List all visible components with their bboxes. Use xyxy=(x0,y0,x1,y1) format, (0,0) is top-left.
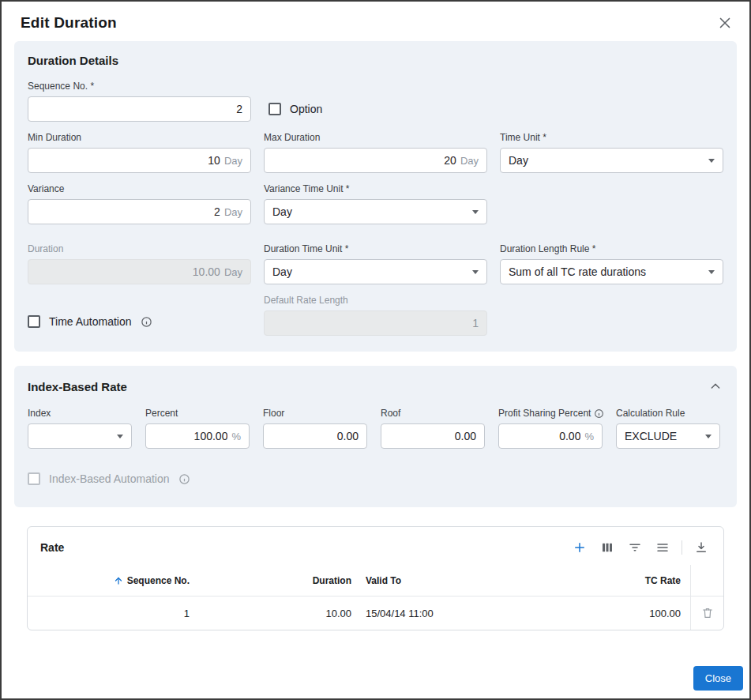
info-icon xyxy=(178,473,190,485)
min-duration-label: Min Duration xyxy=(28,132,251,143)
duration-length-rule-value: Sum of all TC rate durations xyxy=(509,265,702,278)
cell-tc-rate: 100.00 xyxy=(572,608,690,619)
col-valid-to-label: Valid To xyxy=(366,575,401,586)
profit-sharing-percent-input[interactable] xyxy=(507,430,580,442)
chevron-down-icon xyxy=(472,270,479,274)
close-button[interactable]: Close xyxy=(693,666,743,691)
chevron-down-icon xyxy=(705,435,712,438)
columns-icon[interactable] xyxy=(596,537,618,558)
duration-time-unit-select[interactable]: Day xyxy=(264,259,487,284)
duration-length-rule-label: Duration Length Rule * xyxy=(500,243,723,254)
chevron-down-icon xyxy=(472,210,479,214)
index-based-rate-panel: Index-Based Rate Index Percent xyxy=(14,366,737,507)
option-checkbox-group: Option xyxy=(268,96,322,122)
col-tc-rate[interactable]: TC Rate xyxy=(572,575,690,586)
close-icon[interactable] xyxy=(713,11,737,35)
profit-sharing-percent-label-text: Profit Sharing Percent xyxy=(498,408,591,419)
time-automation-label: Time Automation xyxy=(49,315,132,328)
table-row[interactable]: 1 10.00 15/04/14 11:00 100.00 xyxy=(28,597,723,630)
index-based-automation-label: Index-Based Automation xyxy=(49,472,170,485)
profit-sharing-percent-label: Profit Sharing Percent xyxy=(498,408,603,419)
variance-time-unit-select[interactable]: Day xyxy=(264,199,487,224)
edit-duration-dialog: Edit Duration Duration Details Sequence … xyxy=(0,0,751,700)
density-icon[interactable] xyxy=(651,537,674,558)
max-duration-field: Max Duration Day xyxy=(264,132,487,173)
default-rate-length-field: Default Rate Length xyxy=(264,295,487,336)
col-sequence-no-label: Sequence No. xyxy=(127,575,190,586)
duration-details-heading: Duration Details xyxy=(28,54,723,67)
variance-field: Variance Day xyxy=(28,183,251,224)
option-checkbox[interactable] xyxy=(268,103,281,115)
time-automation-checkbox[interactable] xyxy=(28,315,40,328)
option-checkbox-label: Option xyxy=(290,103,322,115)
dialog-header: Edit Duration xyxy=(2,2,749,40)
min-duration-input[interactable] xyxy=(36,154,220,167)
col-tc-rate-label: TC Rate xyxy=(645,575,681,586)
index-based-rate-header: Index-Based Rate xyxy=(28,378,723,394)
col-valid-to[interactable]: Valid To xyxy=(351,575,572,586)
cell-sequence-no: 1 xyxy=(28,608,190,619)
chevron-down-icon xyxy=(117,435,123,438)
cell-valid-to: 15/04/14 11:00 xyxy=(351,608,572,619)
time-automation-cell: Time Automation xyxy=(28,309,251,336)
chevron-up-icon[interactable] xyxy=(708,378,723,394)
row-index-rate: Index Percent % Floor xyxy=(28,408,723,449)
variance-input[interactable] xyxy=(36,205,220,218)
download-icon[interactable] xyxy=(690,537,712,558)
delete-row-icon[interactable] xyxy=(697,603,719,623)
max-duration-label: Max Duration xyxy=(264,132,487,143)
percent-field: Percent % xyxy=(145,408,250,449)
rate-heading: Rate xyxy=(40,541,64,554)
variance-time-unit-label: Variance Time Unit * xyxy=(264,183,487,194)
duration-length-rule-field: Duration Length Rule * Sum of all TC rat… xyxy=(500,243,723,284)
index-based-rate-heading: Index-Based Rate xyxy=(28,380,127,393)
roof-field: Roof xyxy=(381,408,485,449)
profit-sharing-percent-field: Profit Sharing Percent % xyxy=(498,408,603,449)
percent-input[interactable] xyxy=(154,430,227,442)
sort-asc-icon[interactable] xyxy=(113,575,124,586)
variance-time-unit-value: Day xyxy=(272,205,466,218)
roof-input[interactable] xyxy=(389,430,476,442)
row-duration: Duration Day Duration Time Unit * Day Du… xyxy=(28,243,723,284)
index-based-automation-group: Index-Based Automation xyxy=(28,466,723,491)
add-row-icon[interactable] xyxy=(569,537,591,558)
time-unit-value: Day xyxy=(509,154,702,167)
index-select[interactable] xyxy=(28,423,132,449)
duration-time-unit-label: Duration Time Unit * xyxy=(264,243,487,254)
cell-actions xyxy=(690,597,723,630)
calculation-rule-select[interactable]: EXCLUDE xyxy=(616,423,720,449)
duration-field: Duration Day xyxy=(28,243,251,284)
max-duration-suffix: Day xyxy=(460,155,479,167)
dialog-title: Edit Duration xyxy=(21,14,117,32)
time-unit-select[interactable]: Day xyxy=(500,148,723,173)
toolbar-divider xyxy=(682,540,682,555)
duration-length-rule-select[interactable]: Sum of all TC rate durations xyxy=(500,259,723,284)
col-duration[interactable]: Duration xyxy=(190,575,351,586)
sequence-no-input[interactable] xyxy=(36,103,242,115)
percent-suffix: % xyxy=(231,431,241,442)
col-duration-label: Duration xyxy=(313,575,351,586)
sequence-no-field: Sequence No. * xyxy=(28,81,251,122)
time-automation-group: Time Automation xyxy=(28,309,152,334)
rate-table-header: Sequence No. Duration Valid To TC Rate xyxy=(28,565,723,597)
time-unit-label: Time Unit * xyxy=(500,132,723,143)
cell-duration: 10.00 xyxy=(190,608,351,619)
variance-time-unit-field: Variance Time Unit * Day xyxy=(264,183,487,224)
time-unit-field: Time Unit * Day xyxy=(500,132,723,173)
duration-time-unit-value: Day xyxy=(272,265,466,278)
rate-toolbar-icons xyxy=(569,537,712,558)
duration-input xyxy=(36,265,220,278)
max-duration-input[interactable] xyxy=(272,154,456,167)
col-sequence-no[interactable]: Sequence No. xyxy=(28,575,190,586)
col-actions xyxy=(690,565,723,596)
filter-icon[interactable] xyxy=(624,537,646,558)
calculation-rule-label: Calculation Rule xyxy=(616,408,720,419)
index-label: Index xyxy=(28,408,132,419)
duration-details-panel: Duration Details Sequence No. * Option M… xyxy=(14,41,737,352)
floor-input[interactable] xyxy=(272,430,359,442)
row-automation: Time Automation Default Rate Length xyxy=(28,295,723,336)
chevron-down-icon xyxy=(708,159,715,163)
calculation-rule-value: EXCLUDE xyxy=(625,430,699,442)
variance-suffix: Day xyxy=(224,206,242,218)
duration-time-unit-field: Duration Time Unit * Day xyxy=(264,243,487,284)
